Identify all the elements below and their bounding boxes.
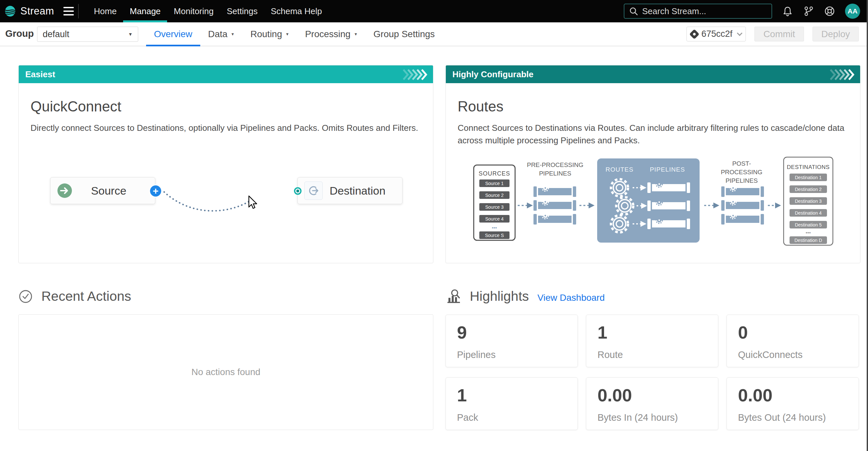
ellipsis: ••• xyxy=(806,230,811,235)
commit-button[interactable]: Commit xyxy=(754,27,804,41)
destination-chip: Destination 4 xyxy=(789,209,827,217)
tab-processing[interactable]: Processing▼ xyxy=(297,22,365,46)
group-select[interactable]: default ▼ xyxy=(37,27,138,42)
svg-text:Destination 1: Destination 1 xyxy=(795,175,822,180)
routes-card-header[interactable]: Highly Configurable xyxy=(446,65,860,83)
group-bar: Group default ▼ Overview Data▼ Routing▼ … xyxy=(0,22,868,46)
group-tabs: Overview Data▼ Routing▼ Processing▼ Grou… xyxy=(146,22,442,46)
card-badge: Highly Configurable xyxy=(453,69,533,80)
search-icon xyxy=(629,6,638,16)
nav-item-schema-help[interactable]: Schema Help xyxy=(264,0,329,22)
group-select-value: default xyxy=(43,29,128,39)
connection-port-icon xyxy=(294,187,302,195)
source-chip: Source 4 xyxy=(479,215,509,223)
highlight-card-route[interactable]: 1 Route xyxy=(586,315,718,367)
caret-down-icon: ▼ xyxy=(231,32,235,36)
stream-logo-icon xyxy=(5,6,16,17)
version-value: 675cc2f xyxy=(701,29,734,39)
global-search[interactable] xyxy=(624,4,772,19)
source-chip: Source 1 xyxy=(479,179,509,187)
source-chip: Source 3 xyxy=(479,203,509,211)
metric-value: 1 xyxy=(597,322,718,342)
nav-item-manage[interactable]: Manage xyxy=(123,0,167,22)
destination-chip: Destination 2 xyxy=(789,186,827,193)
highlight-card-bytes-in[interactable]: 0.00 Bytes In (24 hours) xyxy=(586,377,718,430)
git-branch-icon[interactable] xyxy=(803,6,814,17)
quickconnect-card-header[interactable]: Easiest xyxy=(19,65,433,83)
source-chip: Source 2 xyxy=(479,191,509,199)
empty-state-text: No actions found xyxy=(191,367,260,377)
destination-chip: Destination 1 xyxy=(789,174,827,181)
routing-diagram: SOURCES Source 1 Source 2 Source 3 Sourc… xyxy=(466,153,868,263)
notifications-bell-icon[interactable] xyxy=(782,6,793,17)
destinations-box-title: DESTINATIONS xyxy=(787,164,830,170)
highlight-card-bytes-out[interactable]: 0.00 Bytes Out (24 hours) xyxy=(726,377,859,430)
top-nav-items: Home Manage Monitoring Settings Schema H… xyxy=(87,0,329,22)
routes-card: Highly Configurable Routes Connect Sourc… xyxy=(445,65,861,263)
destination-chip: Destination D xyxy=(789,236,827,244)
brand-name: Stream xyxy=(20,5,54,17)
tab-data[interactable]: Data▼ xyxy=(200,22,243,46)
metric-label: Pack xyxy=(457,412,478,423)
stream-app: Stream Home Manage Monitoring Settings S… xyxy=(0,0,868,451)
svg-text:Source 2: Source 2 xyxy=(485,193,504,198)
destination-node[interactable]: Destination xyxy=(298,177,402,204)
chevron-down-icon xyxy=(737,30,743,36)
deploy-button[interactable]: Deploy xyxy=(812,27,859,41)
view-dashboard-link[interactable]: View Dashboard xyxy=(537,292,605,303)
metric-label: QuickConnects xyxy=(738,349,803,360)
recent-actions-panel: No actions found xyxy=(19,314,433,430)
nav-item-monitoring[interactable]: Monitoring xyxy=(167,0,220,22)
svg-text:Destination 4: Destination 4 xyxy=(795,210,822,216)
top-nav-right: AA xyxy=(624,0,860,22)
version-select[interactable]: 675cc2f xyxy=(686,27,746,41)
tab-group-settings[interactable]: Group Settings xyxy=(366,22,443,46)
svg-text:Destination 2: Destination 2 xyxy=(795,187,822,192)
svg-text:Source 4: Source 4 xyxy=(485,216,504,222)
chart-magnifier-icon xyxy=(445,289,461,304)
hamburger-menu-icon[interactable] xyxy=(63,7,74,16)
destination-arrow-icon xyxy=(307,185,320,197)
svg-text:Destination 5: Destination 5 xyxy=(795,222,822,227)
brand[interactable]: Stream xyxy=(5,0,74,22)
caret-down-icon: ▼ xyxy=(285,32,289,36)
highlight-card-pack[interactable]: 1 Pack xyxy=(445,377,578,430)
tab-overview[interactable]: Overview xyxy=(146,22,200,46)
search-input[interactable] xyxy=(642,6,767,17)
tab-routing[interactable]: Routing▼ xyxy=(243,22,297,46)
post-processing-label: POST- xyxy=(732,160,751,167)
nav-divider xyxy=(78,4,79,19)
metric-value: 1 xyxy=(457,385,578,405)
svg-text:Source 1: Source 1 xyxy=(485,181,504,186)
svg-text:Destination 3: Destination 3 xyxy=(795,199,822,204)
avatar[interactable]: AA xyxy=(845,4,860,19)
recent-actions-title: Recent Actions xyxy=(41,289,131,304)
sources-box-title: SOURCES xyxy=(479,170,510,177)
highlight-card-quickconnects[interactable]: 0 QuickConnects xyxy=(726,315,859,367)
quickconnect-description: Directly connect Sources to Destinations… xyxy=(31,122,420,135)
routes-label: ROUTES xyxy=(606,166,633,173)
pre-processing-label: PIPELINES xyxy=(539,170,571,177)
help-lifebuoy-icon[interactable] xyxy=(824,6,835,17)
chevrons-right-icon xyxy=(403,69,428,80)
nav-item-home[interactable]: Home xyxy=(87,0,123,22)
source-node-label: Source xyxy=(72,185,145,197)
metric-label: Bytes Out (24 hours) xyxy=(738,412,826,423)
svg-text:Source S: Source S xyxy=(485,233,504,238)
metric-label: Route xyxy=(597,349,623,360)
quickconnect-card: Easiest QuickConnect Directly connect So… xyxy=(19,65,433,263)
group-bar-actions: 675cc2f Commit Deploy xyxy=(686,27,859,41)
metric-value: 0.00 xyxy=(738,385,859,405)
card-badge: Easiest xyxy=(25,69,55,80)
drag-connection-line xyxy=(148,182,276,226)
check-circle-icon xyxy=(19,289,33,304)
post-processing-label: PROCESSING xyxy=(721,169,763,175)
caret-down-icon: ▼ xyxy=(354,32,358,36)
nav-item-settings[interactable]: Settings xyxy=(220,0,264,22)
commit-icon xyxy=(689,29,700,39)
source-node[interactable]: Source xyxy=(50,177,155,204)
destination-chip: Destination 5 xyxy=(789,221,827,228)
source-arrow-icon xyxy=(57,183,72,198)
highlight-card-pipelines[interactable]: 9 Pipelines xyxy=(445,315,578,367)
quickconnect-title: QuickConnect xyxy=(31,98,433,115)
